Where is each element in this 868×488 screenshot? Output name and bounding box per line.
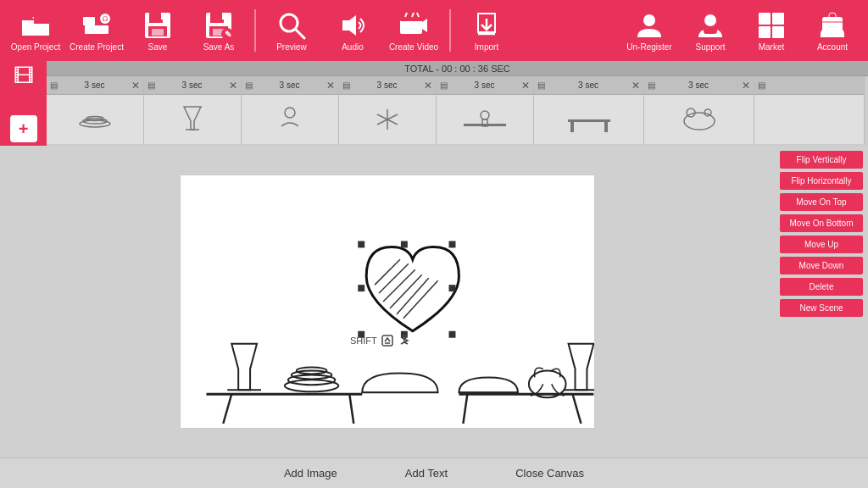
shift-label: SHIFT (350, 334, 411, 347)
audio-button[interactable]: Audio (324, 3, 381, 58)
move-down-button[interactable]: Move Down (780, 257, 863, 274)
svg-line-76 (375, 259, 400, 285)
move-on-bottom-button[interactable]: Move On Bottom (780, 214, 863, 232)
divider-2 (449, 9, 451, 52)
drawing-canvas[interactable]: SHIFT (180, 175, 595, 429)
svg-point-32 (643, 14, 655, 26)
svg-line-77 (379, 263, 409, 293)
svg-marker-23 (342, 15, 356, 36)
svg-rect-55 (604, 122, 608, 132)
save-as-label: Save As (203, 42, 235, 52)
svg-rect-11 (161, 13, 164, 19)
svg-point-92 (403, 336, 406, 339)
track-item[interactable]: ▤ 3 sec ✕ (47, 76, 144, 144)
timeline-content[interactable]: TOTAL - 00 : 00 : 36 SEC ▤ 3 sec ✕ ▤ 3 s… (47, 61, 868, 146)
svg-point-46 (285, 108, 295, 118)
flip-vertically-button[interactable]: Flip Vertically (780, 151, 863, 169)
svg-rect-39 (772, 26, 784, 38)
track-thumbnail (242, 95, 338, 144)
track-header: ▤ 3 sec ✕ (339, 76, 436, 95)
save-label: Save (148, 42, 168, 52)
total-time-label: TOTAL - 00 : 00 : 36 SEC (404, 64, 510, 74)
track-item[interactable]: ▤ 3 sec ✕ (144, 76, 242, 144)
svg-rect-10 (149, 13, 163, 23)
create-video-button[interactable]: Create Video (385, 3, 442, 58)
track-close-button[interactable]: ✕ (632, 80, 640, 92)
svg-marker-59 (231, 344, 257, 391)
track-time: 3 sec (475, 80, 495, 90)
track-close-button[interactable]: ✕ (326, 80, 335, 92)
svg-line-78 (383, 269, 415, 302)
svg-line-74 (463, 394, 467, 424)
divider-1 (254, 9, 256, 52)
svg-line-73 (349, 394, 353, 424)
preview-button[interactable]: Preview (263, 3, 320, 58)
track-time: 3 sec (688, 80, 709, 90)
track-close-button[interactable]: ✕ (229, 80, 237, 92)
market-label: Market (759, 42, 785, 52)
delete-button[interactable]: Delete (780, 278, 863, 296)
flip-horizontally-button[interactable]: Flip Horizontally (780, 172, 863, 190)
track-header: ▤ (754, 76, 864, 95)
svg-rect-36 (759, 13, 771, 25)
save-as-button[interactable]: ✎ Save As (190, 3, 248, 58)
track-item[interactable]: ▤ 3 sec ✕ (437, 76, 534, 144)
market-button[interactable]: Market (743, 3, 800, 58)
un-register-button[interactable]: Un-Register (620, 3, 678, 58)
account-label: Account (817, 42, 848, 52)
track-header: ▤ 3 sec ✕ (47, 76, 143, 95)
track-close-button[interactable]: ✕ (424, 80, 432, 92)
import-button[interactable]: Import (458, 3, 515, 58)
create-project-button[interactable]: Create Project (68, 3, 125, 58)
timeline-sidebar: 🎞 + (0, 61, 47, 146)
svg-line-22 (296, 30, 304, 38)
canvas-container: SHIFT (0, 146, 775, 458)
create-project-label: Create Project (70, 42, 124, 52)
track-item[interactable]: ▤ 3 sec ✕ (339, 76, 437, 144)
svg-marker-44 (184, 107, 201, 130)
close-canvas-button[interactable]: Close Canvas (515, 467, 584, 480)
add-track-button[interactable]: + (10, 115, 37, 142)
new-scene-button[interactable]: New Scene (780, 299, 863, 317)
svg-line-27 (405, 13, 407, 17)
audio-label: Audio (342, 42, 364, 52)
support-button[interactable]: Support (682, 3, 739, 58)
track-close-button[interactable]: ✕ (521, 80, 530, 92)
move-on-top-button[interactable]: Move On Top (780, 193, 863, 211)
account-button[interactable]: Account (804, 3, 861, 58)
svg-rect-86 (401, 241, 408, 247)
bottom-bar: Add Image Add Text Close Canvas (0, 458, 868, 488)
track-time: 3 sec (85, 80, 105, 90)
support-label: Support (695, 42, 725, 52)
svg-rect-3 (85, 25, 108, 34)
svg-rect-8 (104, 16, 106, 20)
svg-rect-2 (83, 17, 95, 25)
add-image-button[interactable]: Add Image (284, 467, 337, 480)
track-item[interactable]: ▤ 3 sec ✕ (644, 76, 754, 144)
svg-point-51 (481, 111, 489, 119)
add-text-button[interactable]: Add Text (405, 467, 448, 480)
track-thumbnail (144, 95, 241, 144)
svg-point-58 (704, 109, 711, 116)
save-button[interactable]: Save (129, 3, 186, 58)
svg-point-34 (704, 14, 716, 26)
track-thumbnail (534, 95, 643, 144)
track-icon: ▤ (440, 80, 448, 90)
svg-rect-54 (570, 122, 574, 132)
track-header: ▤ 3 sec ✕ (534, 76, 643, 95)
track-item[interactable]: ▤ 3 sec ✕ (242, 76, 339, 144)
svg-rect-38 (759, 26, 771, 38)
track-item[interactable]: ▤ (754, 76, 865, 144)
track-close-button[interactable]: ✕ (131, 80, 140, 92)
move-up-button[interactable]: Move Up (780, 236, 863, 253)
track-close-button[interactable]: ✕ (742, 80, 750, 92)
svg-rect-89 (449, 285, 456, 291)
track-icon: ▤ (342, 80, 350, 90)
track-time: 3 sec (280, 80, 300, 90)
svg-rect-13 (152, 29, 164, 36)
svg-rect-53 (568, 119, 610, 122)
timeline-tracks: ▤ 3 sec ✕ ▤ 3 sec ✕ (47, 76, 868, 146)
open-project-button[interactable]: Open Project (7, 3, 64, 58)
track-item[interactable]: ▤ 3 sec ✕ (534, 76, 644, 144)
timeline: 🎞 + TOTAL - 00 : 00 : 36 SEC ▤ 3 sec ✕ (0, 61, 868, 146)
